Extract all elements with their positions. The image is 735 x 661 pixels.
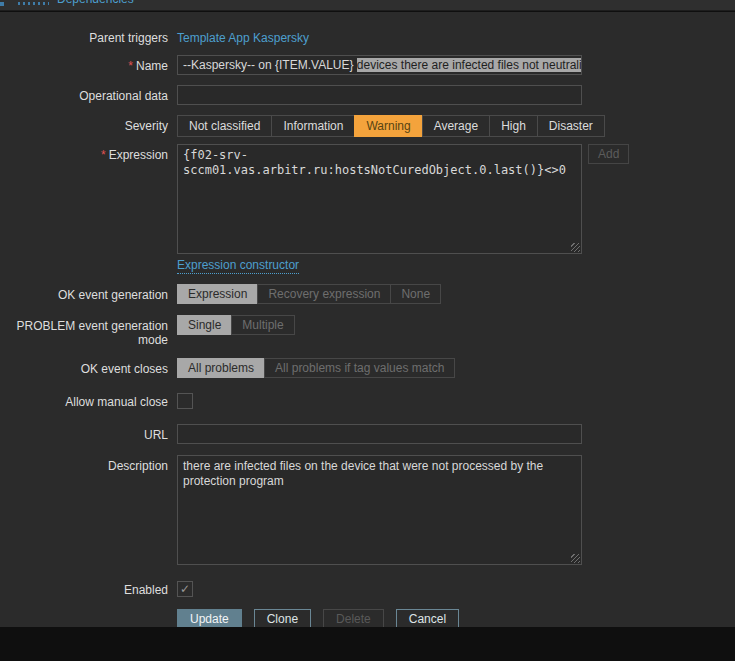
row-operational-data: Operational data <box>0 85 735 105</box>
name-value-prefix: --Kaspersky-- on {ITEM.VALUE} <box>183 58 357 72</box>
row-description: Description there are infected files on … <box>0 455 735 565</box>
url-input[interactable] <box>177 424 582 444</box>
severity-disaster[interactable]: Disaster <box>537 115 605 137</box>
severity-not-classified[interactable]: Not classified <box>177 115 272 137</box>
problem-mode-single[interactable]: Single <box>177 315 232 335</box>
row-expression: *Expression {f02-srv-sccm01.vas.arbitr.r… <box>0 144 735 254</box>
row-url: URL <box>0 424 735 444</box>
ok-event-gen-none: None <box>390 284 441 304</box>
row-ok-event-closes: OK event closes All problems All problem… <box>0 358 735 378</box>
parent-trigger-link[interactable]: Template App Kaspersky <box>177 27 309 45</box>
checkmark-icon: ✓ <box>180 582 190 596</box>
clipped-tab-fragment <box>0 2 4 6</box>
name-input[interactable]: --Kaspersky-- on {ITEM.VALUE} devices th… <box>177 55 582 75</box>
problem-event-mode-group: Single Multiple <box>177 315 295 335</box>
parent-triggers-label: Parent triggers <box>0 27 177 45</box>
ok-closes-all-problems[interactable]: All problems <box>177 358 265 378</box>
required-asterisk: * <box>101 148 106 162</box>
operational-data-label: Operational data <box>0 85 177 103</box>
enabled-label: Enabled <box>0 579 177 597</box>
enabled-checkbox[interactable]: ✓ <box>177 581 193 597</box>
add-expression-button[interactable]: Add <box>588 144 629 164</box>
resize-grip-icon[interactable] <box>571 243 580 252</box>
expression-label: *Expression <box>0 144 177 162</box>
ok-event-closes-group: All problems All problems if tag values … <box>177 358 455 378</box>
problem-mode-multiple: Multiple <box>231 315 294 335</box>
row-ok-event-generation: OK event generation Expression Recovery … <box>0 284 735 304</box>
row-expression-constructor: Expression constructor <box>0 258 735 274</box>
allow-manual-close-label: Allow manual close <box>0 391 177 409</box>
problem-event-mode-label: PROBLEM event generation mode <box>0 315 177 347</box>
row-name: *Name --Kaspersky-- on {ITEM.VALUE} devi… <box>0 55 735 75</box>
severity-information[interactable]: Information <box>271 115 355 137</box>
expression-constructor-link[interactable]: Expression constructor <box>177 258 299 274</box>
description-label: Description <box>0 455 177 473</box>
row-enabled: Enabled ✓ <box>0 579 735 597</box>
tab-bar-clipped: Dependencies <box>0 0 735 11</box>
ok-closes-all-if-tag-match: All problems if tag values match <box>264 358 455 378</box>
page-footer-area <box>0 627 735 661</box>
url-label: URL <box>0 424 177 442</box>
row-allow-manual-close: Allow manual close <box>0 391 735 412</box>
row-parent-triggers: Parent triggers Template App Kaspersky <box>0 27 735 45</box>
operational-data-input[interactable] <box>177 85 582 105</box>
row-problem-event-mode: PROBLEM event generation mode Single Mul… <box>0 315 735 347</box>
allow-manual-close-checkbox[interactable] <box>177 393 193 409</box>
resize-grip-icon[interactable] <box>571 554 580 563</box>
ok-event-generation-label: OK event generation <box>0 284 177 302</box>
severity-high[interactable]: High <box>489 115 538 137</box>
ok-event-closes-label: OK event closes <box>0 358 177 376</box>
name-value-selection: devices there are infected files not neu… <box>357 58 582 72</box>
zabbix-trigger-form-screen: Dependencies Parent triggers Template Ap… <box>0 0 735 661</box>
ok-event-generation-group: Expression Recovery expression None <box>177 284 441 304</box>
required-asterisk: * <box>128 59 133 73</box>
severity-button-group: Not classified Information Warning Avera… <box>177 115 605 137</box>
description-textarea[interactable]: there are infected files on the device t… <box>177 455 582 565</box>
severity-label: Severity <box>0 115 177 133</box>
severity-warning[interactable]: Warning <box>354 115 422 137</box>
ok-event-gen-recovery-expression: Recovery expression <box>257 284 391 304</box>
clipped-tab-underline-fragment <box>18 2 49 5</box>
name-label: *Name <box>0 55 177 73</box>
row-severity: Severity Not classified Information Warn… <box>0 115 735 137</box>
tab-dependencies[interactable]: Dependencies <box>57 0 134 6</box>
severity-average[interactable]: Average <box>422 115 490 137</box>
trigger-form-panel: Parent triggers Template App Kaspersky *… <box>0 12 735 627</box>
expression-textarea[interactable]: {f02-srv-sccm01.vas.arbitr.ru:hostsNotCu… <box>177 144 582 254</box>
ok-event-gen-expression[interactable]: Expression <box>177 284 258 304</box>
